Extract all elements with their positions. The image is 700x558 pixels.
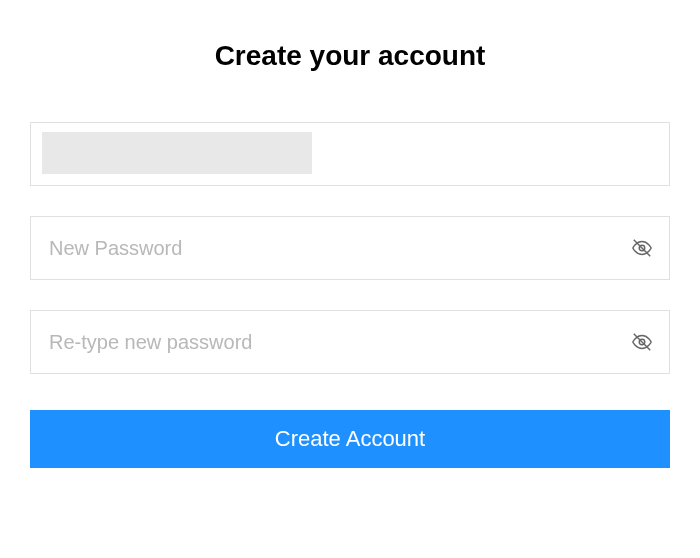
username-field-wrapper	[30, 122, 670, 186]
page-title: Create your account	[30, 40, 670, 72]
eye-off-icon	[631, 237, 653, 259]
toggle-confirm-password-visibility[interactable]	[630, 330, 654, 354]
redacted-content	[42, 132, 312, 174]
new-password-input[interactable]	[30, 216, 670, 280]
create-account-form: Create your account Create Account	[30, 40, 670, 468]
eye-off-icon	[631, 331, 653, 353]
create-account-button[interactable]: Create Account	[30, 410, 670, 468]
confirm-password-input[interactable]	[30, 310, 670, 374]
confirm-password-field-wrapper	[30, 310, 670, 374]
toggle-password-visibility[interactable]	[630, 236, 654, 260]
password-field-wrapper	[30, 216, 670, 280]
